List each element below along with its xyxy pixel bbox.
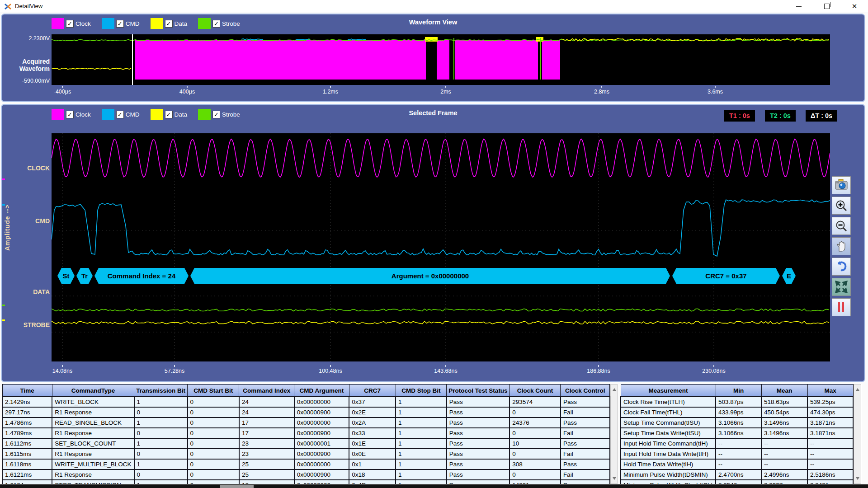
table-cell[interactable]: 0 [188, 407, 239, 418]
scroll-up-icon[interactable] [856, 388, 859, 391]
table-cell[interactable]: 23 [239, 438, 294, 449]
table-cell[interactable]: 24 [239, 407, 294, 418]
column-header[interactable]: CMD Start Bit [188, 385, 239, 397]
table-cell[interactable]: Pass [561, 418, 610, 428]
table-cell[interactable]: 10 [509, 438, 561, 449]
table-cell[interactable]: 0 [134, 428, 188, 438]
table-cell[interactable]: 0x00000900 [294, 469, 349, 480]
table-cell[interactable]: Pass [561, 438, 610, 449]
table-cell[interactable]: 0x1E [349, 438, 396, 449]
table-cell[interactable]: 293574 [509, 397, 561, 407]
table-cell[interactable]: -- [761, 438, 807, 449]
table-cell[interactable]: 0 [509, 449, 561, 459]
table-cell[interactable]: 0x00000000 [294, 459, 349, 469]
data-checkbox[interactable]: ✓ [165, 20, 173, 28]
table-row[interactable]: 297.17nsR1 Response00240x000009000x2E1Pa… [2, 407, 610, 418]
fit-screen-button[interactable] [832, 278, 851, 296]
table-cell[interactable]: 1.6124ms [2, 480, 52, 484]
table-cell[interactable]: 1 [134, 480, 188, 484]
table-cell[interactable]: 2.2546ns [716, 480, 761, 484]
table-cell[interactable]: Setup Time Data Write(tISU) [621, 428, 716, 438]
table-cell[interactable]: 0x00000900 [294, 407, 349, 418]
table-cell[interactable]: 0x37 [349, 397, 396, 407]
scroll-down-icon[interactable] [856, 477, 859, 480]
table-cell[interactable]: 0x00000000 [294, 480, 349, 484]
table-cell[interactable]: Clock Rise Time(tTLH) [621, 397, 716, 407]
table-row[interactable]: 2.1429nsWRITE_BLOCK10240x000000000x371Pa… [2, 397, 610, 407]
table-cell[interactable]: Pass [447, 459, 509, 469]
table-cell[interactable]: 3.1871ns [807, 428, 853, 438]
table-cell[interactable]: 539.25ps [807, 397, 853, 407]
table-cell[interactable]: -- [807, 438, 853, 449]
table-cell[interactable]: Pass [561, 397, 610, 407]
table-cell[interactable]: 1 [396, 449, 447, 459]
table-row[interactable]: 1.4786msREAD_SINGLE_BLOCK10170x000000000… [2, 418, 610, 428]
table-cell[interactable]: 0 [188, 449, 239, 459]
table-cell[interactable]: 1.6121ms [2, 469, 52, 480]
table-cell[interactable]: 0x2A [349, 418, 396, 428]
column-header[interactable]: Clock Count [509, 385, 561, 397]
table-cell[interactable]: 0 [188, 480, 239, 484]
table-cell[interactable]: Fail [561, 469, 610, 480]
table-cell[interactable]: Pass [447, 418, 509, 428]
table-cell[interactable]: 3.1066ns [716, 418, 761, 428]
column-header[interactable]: Transmission Bit [134, 385, 188, 397]
table-cell[interactable]: R1 Response [52, 407, 134, 418]
table-cell[interactable]: 518.63ps [761, 397, 807, 407]
table-cell[interactable]: -- [716, 438, 761, 449]
restore-button[interactable] [817, 0, 837, 13]
column-header[interactable]: Time [2, 385, 52, 397]
table-cell[interactable]: Pass [447, 428, 509, 438]
column-header[interactable]: Mean [761, 385, 807, 397]
table-row[interactable]: Input Hold Time Data Write(tIH)------ [621, 449, 853, 459]
table-cell[interactable]: R1 Response [52, 469, 134, 480]
table-row[interactable]: 1.6118msWRITE_MULTIPLE_BLOCK10250x000000… [2, 459, 610, 469]
table-row[interactable]: Setup Time Data Write(tISU)3.1066ns3.149… [621, 428, 853, 438]
table-cell[interactable]: 1.6118ms [2, 459, 52, 469]
column-header[interactable]: Command Index [239, 385, 294, 397]
clock-checkbox[interactable]: ✓ [66, 111, 74, 118]
protocol-table-scrollbar[interactable] [610, 384, 618, 484]
table-cell[interactable]: 308 [509, 459, 561, 469]
table-cell[interactable]: 0x4D [349, 480, 396, 484]
table-row[interactable]: Minimum Pulse Width(tDSMIN)2.4700ns2.499… [621, 469, 853, 480]
table-cell[interactable]: 17 [239, 418, 294, 428]
table-cell[interactable]: 23 [239, 449, 294, 459]
table-cell[interactable]: 1 [134, 438, 188, 449]
table-cell[interactable]: 24 [239, 397, 294, 407]
table-cell[interactable]: Pass [561, 459, 610, 469]
table-cell[interactable]: 297.17ns [2, 407, 52, 418]
table-cell[interactable]: Pass [561, 480, 610, 484]
table-cell[interactable]: 0x18 [349, 469, 396, 480]
table-cell[interactable]: 0 [188, 418, 239, 428]
table-cell[interactable]: 17 [239, 428, 294, 438]
table-row[interactable]: Setup Time Command(tISU)3.1066ns3.1496ns… [621, 418, 853, 428]
table-cell[interactable]: SET_BLOCK_COUNT [52, 438, 134, 449]
table-cell[interactable]: 14201 [509, 480, 561, 484]
table-cell[interactable]: 0x0E [349, 449, 396, 459]
table-cell[interactable]: 1 [396, 469, 447, 480]
table-cell[interactable]: 0x00000000 [294, 418, 349, 428]
column-header[interactable]: CMD Stop Bit [396, 385, 447, 397]
column-header[interactable]: CMD Argument [294, 385, 349, 397]
selected-frame-plot[interactable]: St Tr Command Index = 24 Argument = 0x00… [52, 133, 830, 361]
table-cell[interactable]: -- [716, 459, 761, 469]
table-cell[interactable]: 0 [188, 397, 239, 407]
table-cell[interactable]: 0x2E [349, 407, 396, 418]
minimize-button[interactable] [789, 0, 809, 13]
table-cell[interactable]: 25 [239, 459, 294, 469]
table-row[interactable]: 1.6112msSET_BLOCK_COUNT10230x000000010x1… [2, 438, 610, 449]
table-cell[interactable]: 0x00000001 [294, 438, 349, 449]
table-cell[interactable]: 0 [509, 407, 561, 418]
table-cell[interactable]: 3.1871ns [807, 418, 853, 428]
zoom-out-button[interactable] [832, 217, 851, 235]
table-cell[interactable]: 0 [134, 449, 188, 459]
table-row[interactable]: Clock Rise Time(tTLH)503.87ps518.63ps539… [621, 397, 853, 407]
table-cell[interactable]: 2.4700ns [716, 469, 761, 480]
table-row[interactable]: Minimum Pulse Width Clock(tCL)2.2546ns2.… [621, 480, 853, 484]
table-cell[interactable]: 450.54ps [761, 407, 807, 418]
table-cell[interactable]: 2.5186ns [807, 469, 853, 480]
table-cell[interactable]: 0 [509, 428, 561, 438]
table-row[interactable]: 1.6124msSTOP_TRANSMISSION10120x000000000… [2, 480, 610, 484]
table-cell[interactable]: 1 [396, 480, 447, 484]
